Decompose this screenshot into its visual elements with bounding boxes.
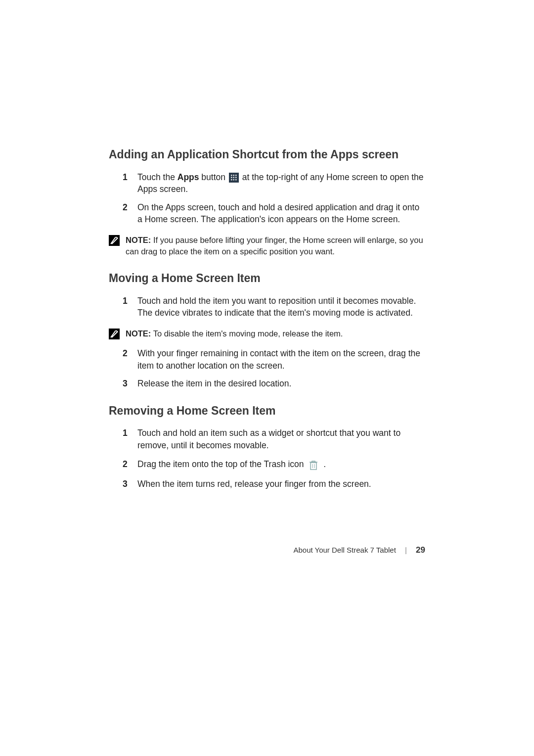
step-number: 1: [123, 171, 135, 184]
step-text: On the Apps screen, touch and hold a des…: [137, 201, 425, 226]
step-number: 3: [123, 378, 135, 390]
step-list-moving-item-a: 1 Touch and hold the item you want to re…: [123, 295, 425, 319]
document-page: Adding an Application Shortcut from the …: [0, 0, 534, 490]
step-number: 3: [123, 478, 135, 490]
section-heading-adding-shortcut: Adding an Application Shortcut from the …: [109, 147, 425, 162]
text-fragment: If you pause before lifting your finger,…: [126, 236, 423, 256]
section-heading-removing-item: Removing a Home Screen Item: [109, 404, 425, 419]
step-item: 1 Touch the Apps button at the top-right…: [123, 171, 425, 195]
step-item: 1 Touch and hold an item such as a widge…: [123, 427, 425, 451]
svg-rect-0: [109, 235, 120, 246]
step-item: 1 Touch and hold the item you want to re…: [123, 295, 425, 319]
footer-separator: |: [405, 546, 407, 554]
text-fragment: Touch the: [137, 172, 178, 182]
apps-icon: [229, 173, 239, 183]
svg-rect-1: [109, 329, 120, 339]
step-number: 2: [123, 347, 135, 360]
text-fragment: .: [321, 459, 326, 469]
note-block: NOTE: To disable the item's moving mode,…: [109, 328, 425, 339]
step-item: 3 Release the item in the desired locati…: [123, 378, 425, 390]
note-label: NOTE:: [126, 329, 151, 338]
step-item: 2 On the Apps screen, touch and hold a d…: [123, 201, 425, 226]
step-item: 3 When the item turns red, release your …: [123, 478, 425, 490]
section-heading-moving-item: Moving a Home Screen Item: [109, 271, 425, 286]
step-text: Drag the item onto the top of the Trash …: [137, 458, 425, 471]
trash-icon: [308, 459, 319, 471]
step-text: Release the item in the desired location…: [137, 378, 425, 390]
step-item: 2 Drag the item onto the top of the Tras…: [123, 458, 425, 471]
note-text: NOTE: If you pause before lifting your f…: [126, 235, 425, 257]
page-footer: About Your Dell Streak 7 Tablet | 29: [0, 545, 534, 555]
note-text: NOTE: To disable the item's moving mode,…: [126, 328, 425, 339]
footer-text: About Your Dell Streak 7 Tablet: [293, 546, 396, 554]
step-list-adding-shortcut: 1 Touch the Apps button at the top-right…: [123, 171, 425, 226]
note-icon: [109, 235, 120, 246]
step-number: 2: [123, 201, 135, 214]
note-label: NOTE:: [126, 236, 151, 244]
step-text: When the item turns red, release your fi…: [137, 478, 425, 490]
svg-rect-2: [311, 463, 316, 470]
text-bold: Apps: [178, 172, 199, 182]
text-fragment: To disable the item's moving mode, relea…: [151, 329, 343, 338]
step-number: 2: [123, 458, 135, 471]
step-item: 2 With your finger remaining in contact …: [123, 347, 425, 372]
note-block: NOTE: If you pause before lifting your f…: [109, 235, 425, 257]
step-text: With your finger remaining in contact wi…: [137, 347, 425, 372]
page-number: 29: [416, 545, 425, 555]
step-number: 1: [123, 295, 135, 307]
step-text: Touch and hold the item you want to repo…: [137, 295, 425, 319]
text-fragment: Drag the item onto the top of the Trash …: [137, 459, 306, 469]
text-fragment: button: [199, 172, 228, 182]
note-icon: [109, 329, 120, 339]
step-text: Touch and hold an item such as a widget …: [137, 427, 425, 451]
step-list-moving-item-b: 2 With your finger remaining in contact …: [123, 347, 425, 390]
step-text: Touch the Apps button at the top-right o…: [137, 171, 425, 195]
step-list-removing-item: 1 Touch and hold an item such as a widge…: [123, 427, 425, 490]
step-number: 1: [123, 427, 135, 439]
